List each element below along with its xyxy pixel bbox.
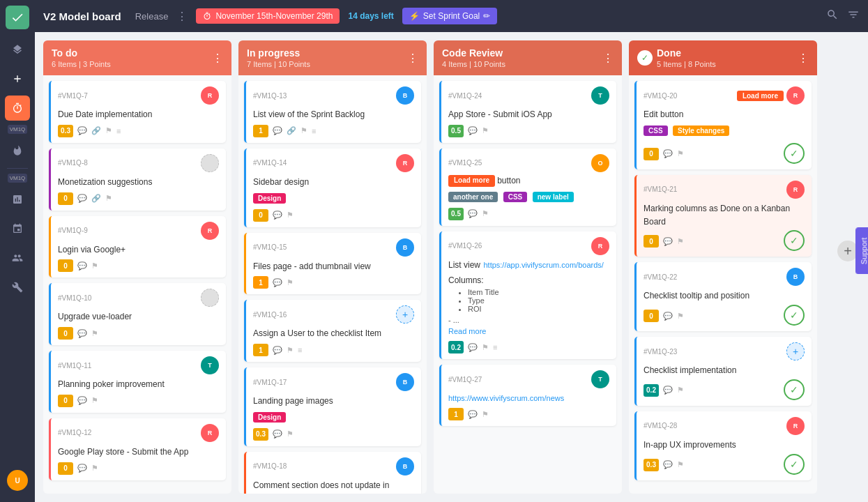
comment-icon[interactable]: 💬	[468, 126, 478, 135]
flag-icon[interactable]: ⚑	[91, 396, 98, 405]
avatar: B	[396, 457, 414, 476]
card-vm1q18: #VM1Q-18 B Comment section does not upda…	[244, 452, 421, 494]
comment-icon[interactable]: 💬	[77, 194, 87, 203]
card-vm1q15: #VM1Q-15 B Files page - add thumbnail vi…	[244, 233, 421, 295]
flag-icon[interactable]: ⚑	[91, 261, 98, 271]
comment-icon[interactable]: 💬	[77, 261, 87, 271]
comment-icon[interactable]: 💬	[77, 464, 87, 473]
comment-icon[interactable]: 💬	[77, 329, 87, 338]
flag-icon[interactable]: ⚑	[287, 211, 294, 220]
sidebar-item-clip[interactable]	[5, 216, 30, 241]
card-vm1q17: #VM1Q-17 B Landing page images Design 0.…	[244, 367, 421, 446]
card-link2[interactable]: https://www.vivifyscrum.com/news	[448, 394, 564, 402]
score-badge: 0.5	[448, 208, 464, 220]
vm1sq-label: VM1Q	[8, 174, 28, 183]
flag-icon[interactable]: ⚑	[105, 194, 112, 203]
comment-icon[interactable]: 💬	[663, 312, 673, 321]
read-more-link[interactable]: Read more	[448, 327, 486, 335]
comment-icon[interactable]: 💬	[663, 149, 673, 158]
sidebar-item-layers[interactable]	[5, 37, 30, 62]
filter-button[interactable]	[847, 8, 860, 24]
column-body-todo: #VM1Q-7 R Due Date implementation 0.3 💬 …	[43, 75, 231, 494]
card-id: #VM1Q-28	[644, 422, 677, 429]
card-vm1q27: #VM1Q-27 T https://www.vivifyscrum.com/n…	[439, 365, 616, 426]
comment-icon[interactable]: 💬	[77, 396, 87, 405]
flag-icon[interactable]: ⚑	[287, 346, 294, 355]
card-link[interactable]: https://app.vivifyscrum.com/boards/	[483, 261, 603, 269]
comment-icon[interactable]: 💬	[273, 211, 282, 220]
flag-icon[interactable]: ⚑	[677, 149, 684, 158]
app-logo[interactable]	[6, 6, 29, 29]
board-menu-icon[interactable]: ⋮	[176, 10, 188, 23]
flag-icon[interactable]: ⚑	[482, 209, 489, 218]
card-vm1q12: #VM1Q-12 R Google Play store - Submit th…	[49, 418, 226, 480]
card-id: #VM1Q-21	[644, 185, 677, 193]
load-more-inline[interactable]: Load more	[737, 91, 784, 101]
comment-icon[interactable]: 💬	[468, 343, 478, 352]
search-button[interactable]	[826, 8, 839, 24]
comment-icon[interactable]: 💬	[273, 278, 282, 287]
sidebar-item-fire[interactable]	[5, 138, 30, 163]
support-tab[interactable]: Support	[856, 228, 868, 275]
flag-icon[interactable]: ⚑	[287, 429, 294, 439]
card-vm1q7: #VM1Q-7 R Due Date implementation 0.3 💬 …	[49, 81, 226, 143]
col-menu-codereview[interactable]: ⋮	[602, 52, 614, 65]
sidebar-item-users[interactable]	[5, 245, 30, 271]
flag-icon[interactable]: ⚑	[482, 410, 489, 419]
comment-icon[interactable]: 💬	[468, 209, 478, 218]
flag-icon[interactable]: ⚑	[677, 312, 684, 321]
css-tag: CSS	[503, 192, 528, 202]
comment-icon[interactable]: 💬	[663, 460, 673, 469]
col-count-done: 5 Items | 8 Points	[657, 60, 716, 68]
attach-icon[interactable]: 🔗	[91, 126, 101, 135]
comment-icon[interactable]: 💬	[77, 126, 87, 135]
sprint-goal-button[interactable]: ⚡ Set Sprint Goal ✏	[402, 8, 497, 24]
card-vm1q8: #VM1Q-8 Monetization suggestions 0 💬 🔗 ⚑	[49, 149, 226, 211]
user-avatar[interactable]: U	[7, 470, 28, 491]
flag-icon[interactable]: ⚑	[482, 126, 489, 135]
flag-icon[interactable]: ⚑	[677, 460, 684, 469]
vm1q-label: VM1Q	[8, 125, 28, 134]
flag-icon[interactable]: ⚑	[482, 343, 489, 352]
comment-icon[interactable]: 💬	[468, 410, 478, 419]
list-item: ROI	[468, 305, 609, 313]
list-icon[interactable]: ≡	[312, 127, 316, 135]
card-id: #VM1Q-27	[448, 376, 482, 383]
card-title: Upgrade vue-loader	[58, 312, 132, 321]
comment-icon[interactable]: 💬	[663, 237, 673, 246]
comment-icon[interactable]: 💬	[663, 386, 673, 395]
sprint-date: November 15th-November 29th	[196, 8, 340, 24]
col-menu-todo[interactable]: ⋮	[212, 52, 223, 65]
comment-icon[interactable]: 💬	[273, 429, 282, 439]
list-icon[interactable]: ≡	[298, 346, 302, 354]
release-button[interactable]: Release	[135, 11, 169, 22]
list-icon[interactable]: ≡	[493, 343, 497, 351]
sidebar-item-chart[interactable]	[5, 187, 30, 212]
comment-icon[interactable]: 💬	[273, 346, 282, 355]
topbar-right	[826, 8, 860, 24]
flag-icon[interactable]: ⚑	[677, 237, 684, 246]
flag-icon[interactable]: ⚑	[677, 386, 684, 395]
flag-icon[interactable]: ⚑	[287, 278, 294, 287]
sidebar-item-timer[interactable]	[5, 96, 30, 121]
sidebar-item-add[interactable]	[5, 66, 30, 91]
col-menu-inprogress[interactable]: ⋮	[407, 52, 418, 65]
card-title: button	[497, 175, 520, 187]
flag-icon[interactable]: ⚑	[91, 464, 98, 473]
attach-icon[interactable]: 🔗	[91, 194, 101, 203]
avatar: R	[201, 424, 219, 442]
comment-icon[interactable]: 💬	[273, 126, 282, 135]
attach-icon[interactable]: 🔗	[287, 126, 296, 135]
columns-label: Columns:	[448, 275, 484, 285]
list-icon[interactable]: ≡	[116, 127, 121, 135]
card-vm1q16: #VM1Q-16 + Assign a User to the checklis…	[244, 300, 421, 362]
sidebar-item-wrench[interactable]	[5, 275, 30, 300]
col-menu-done[interactable]: ⋮	[798, 52, 809, 65]
board-main: To do 6 Items | 3 Points ⋮ #VM1Q-7 R Due…	[35, 32, 868, 502]
score-badge: 0	[58, 327, 73, 340]
flag-icon[interactable]: ⚑	[91, 329, 98, 338]
flag-icon[interactable]: ⚑	[300, 126, 307, 135]
flag-icon[interactable]: ⚑	[105, 126, 112, 135]
load-more-tag[interactable]: Load more	[448, 175, 495, 187]
column-body-inprogress: #VM1Q-13 B List view of the Sprint Backl…	[238, 75, 427, 494]
